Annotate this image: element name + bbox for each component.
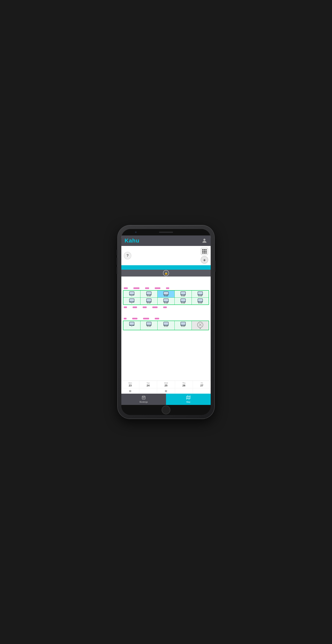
cal-day-mon[interactable]: Mon 23: [121, 381, 139, 388]
svg-point-0: [204, 239, 206, 241]
home-bar-area: [121, 405, 211, 415]
silent-switch: [117, 250, 118, 255]
lock-icon: 🔒: [163, 270, 169, 276]
desk-icon: [146, 292, 152, 296]
pink-dash: [134, 288, 140, 289]
desk-icon: [164, 292, 168, 296]
pink-dash: [124, 306, 127, 308]
bottom-navigation: Bookings Map: [121, 394, 211, 405]
desk-label: D1.012: [147, 326, 151, 327]
desk-cell[interactable]: 6: [123, 298, 140, 304]
cal-day-tue[interactable]: Tue 24: [139, 381, 157, 388]
day-num-fri: 27: [200, 384, 203, 387]
desk-row-3: 1 D1.012: [123, 321, 209, 330]
pink-dash: [155, 288, 160, 289]
layers-icon: ◈: [203, 258, 206, 262]
profile-icon[interactable]: [202, 238, 208, 244]
pink-dash: [124, 318, 126, 320]
app-header: Kahu: [121, 236, 211, 246]
calendar-strip: Mon 23 Tue 24 Wed 25 Thu 26: [121, 380, 211, 394]
svg-point-1: [200, 324, 200, 325]
desk-label: D1.014: [181, 326, 185, 327]
desk-label: 1: [132, 326, 132, 327]
pink-dash: [143, 318, 149, 320]
cal-day-wed[interactable]: Wed 25: [157, 381, 175, 388]
map-spacer-top: [121, 276, 211, 286]
desk-cell[interactable]: D1.010: [192, 298, 209, 304]
desk-cell[interactable]: D1.005: [192, 290, 209, 298]
pink-indicators-row3: [121, 317, 211, 320]
power-button: [214, 260, 215, 272]
day-name-tue: Tue: [146, 382, 150, 384]
booking-cell-tue[interactable]: [139, 388, 157, 394]
desk-icon: [198, 298, 203, 302]
day-name-thu: Thu: [182, 382, 186, 384]
pink-dash: [143, 306, 147, 308]
desk-grid-bottom: 1 D1.012: [123, 320, 209, 330]
pink-indicators-row1: [121, 286, 211, 290]
pink-dash: [163, 306, 167, 308]
volume-up-button: [117, 258, 118, 265]
desk-cell[interactable]: D1.007: [140, 298, 158, 304]
map-label: Map: [186, 401, 190, 403]
day-num-tue: 24: [147, 384, 150, 387]
day-num-thu: 26: [182, 384, 185, 387]
cal-day-fri[interactable]: Fri 27: [193, 381, 211, 388]
home-button[interactable]: [162, 406, 170, 414]
grid-button[interactable]: [200, 248, 208, 255]
camera-icon: [135, 232, 136, 233]
desk-icon: [129, 298, 134, 302]
desk-label: D1.008: [164, 302, 168, 304]
day-num-wed: 25: [164, 384, 168, 387]
calendar-days-row: Mon 23 Tue 24 Wed 25 Thu 26: [121, 381, 211, 388]
tab-bookings[interactable]: Bookings: [121, 394, 166, 405]
desk-grid-top: 1 D1.002: [123, 290, 209, 305]
booking-cell-wed[interactable]: ⊞: [157, 388, 175, 394]
map-spacer-middle: [121, 309, 211, 317]
booking-cell-fri[interactable]: [193, 388, 211, 394]
desk-label: D1.013: [164, 326, 168, 327]
desk-label: D1.009: [181, 302, 185, 304]
booking-cell-mon[interactable]: ⊞: [121, 388, 139, 394]
day-name-fri: Fri: [201, 382, 203, 384]
desk-cell[interactable]: D1.002: [140, 290, 158, 298]
cal-day-thu[interactable]: Thu 26: [175, 381, 193, 388]
desk-cell[interactable]: 1: [123, 290, 140, 298]
desk-cell[interactable]: D1.014: [175, 321, 192, 330]
volume-down-button: [117, 267, 118, 274]
booking-icon-wed: ⊞: [165, 390, 167, 393]
desk-icon: [180, 292, 186, 296]
booking-cell-thu[interactable]: [175, 388, 193, 394]
desk-icon: [180, 298, 186, 302]
desk-cell[interactable]: D1.009: [175, 298, 192, 304]
map-icon: [186, 396, 190, 400]
screen-content: Kahu ?: [121, 236, 211, 405]
desk-row-2: 6 D1.007: [123, 298, 209, 304]
desk-cell[interactable]: 1: [123, 321, 140, 330]
desk-icon: [146, 322, 152, 326]
desk-icon: [164, 322, 168, 326]
desk-cell[interactable]: D1.004: [175, 290, 192, 298]
tab-map[interactable]: Map: [166, 394, 211, 405]
desk-icon: [198, 292, 203, 296]
day-num-mon: 23: [129, 384, 132, 387]
pink-dash: [145, 288, 149, 289]
desk-label: D1.005: [198, 296, 202, 297]
lock-bar: 🔒: [121, 270, 211, 276]
desk-label: D1.007: [147, 302, 151, 304]
desk-icon: [164, 298, 168, 302]
desk-cell-selected[interactable]: D1.003: [158, 290, 175, 298]
floor-indicator-bar: [121, 265, 211, 270]
pink-dash: [124, 288, 128, 289]
help-button[interactable]: ?: [124, 252, 132, 260]
map-viewport[interactable]: 1 D1.002: [121, 276, 211, 380]
desk-label: D1.010: [198, 302, 202, 304]
desk-cell-scan[interactable]: 15: [192, 321, 209, 330]
desk-cell[interactable]: D1.008: [158, 298, 175, 304]
desk-cell[interactable]: D1.012: [140, 321, 158, 330]
notch: [121, 229, 211, 236]
pink-dash: [152, 306, 158, 308]
layers-button[interactable]: ◈: [200, 256, 208, 264]
grid-icon: [202, 249, 207, 254]
desk-cell[interactable]: D1.013: [158, 321, 175, 330]
